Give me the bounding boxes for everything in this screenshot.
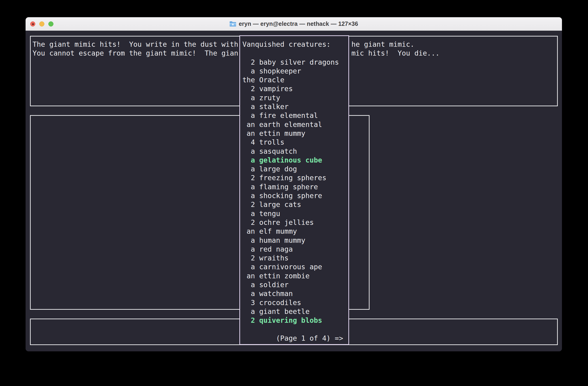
menu-item: 4 trolls xyxy=(242,138,339,147)
desktop: eryn — eryn@electra — nethack — 127×36 T… xyxy=(0,0,588,386)
menu-page-indicator: (Page 1 of 4) => xyxy=(242,334,343,343)
menu-item: an ettin zombie xyxy=(242,272,339,280)
menu-item: a shocking sphere xyxy=(242,191,339,200)
menu-item: an earth elemental xyxy=(242,120,339,129)
menu-title: Vanquished creatures: xyxy=(242,40,331,49)
menu-item: a giant beetle xyxy=(242,307,339,316)
terminal-text-layer: The giant mimic hits! You write in the d… xyxy=(25,31,562,351)
menu-item: a carnivorous ape xyxy=(242,262,339,271)
terminal-screen[interactable]: The giant mimic hits! You write in the d… xyxy=(25,31,562,351)
window-title: eryn — eryn@electra — nethack — 127×36 xyxy=(239,21,358,27)
menu-item: 2 wraiths xyxy=(242,254,339,262)
menu-item: 2 ochre jellies xyxy=(242,218,339,227)
menu-item: 2 baby silver dragons xyxy=(242,58,339,67)
menu-item: a red naga xyxy=(242,245,339,254)
menu-item: a zruty xyxy=(242,93,339,102)
home-folder-icon xyxy=(229,21,236,27)
menu-item: 2 quivering blobs xyxy=(242,316,339,325)
menu-item: a shopkeeper xyxy=(242,67,339,76)
window-titlebar[interactable]: eryn — eryn@electra — nethack — 127×36 xyxy=(25,17,562,31)
menu-item: 2 freezing spheres xyxy=(242,173,339,182)
menu-item: a flaming sphere xyxy=(242,183,339,191)
message-line-2-left: You cannot escape from the giant mimic! … xyxy=(33,49,238,58)
menu-item: a watchman xyxy=(242,289,339,298)
menu-item: 3 crocodiles xyxy=(242,298,339,307)
message-line-2-right: mic hits! You die... xyxy=(351,49,440,58)
menu-item: 2 vampires xyxy=(242,85,339,93)
message-line-1-right: he giant mimic. xyxy=(351,40,414,49)
menu-item: a fire elemental xyxy=(242,111,339,120)
menu-item: a sasquatch xyxy=(242,147,339,156)
message-line-1-left: The giant mimic hits! You write in the d… xyxy=(33,40,238,49)
menu-item: a soldier xyxy=(242,280,339,289)
menu-item: an elf mummy xyxy=(242,227,339,236)
terminal-window: eryn — eryn@electra — nethack — 127×36 T… xyxy=(25,17,562,351)
menu-item: a stalker xyxy=(242,102,339,111)
menu-item: a tengu xyxy=(242,209,339,218)
menu-items: 2 baby silver dragons a shopkeeperthe Or… xyxy=(242,58,339,325)
menu-item: 2 large cats xyxy=(242,200,339,209)
menu-item: the Oracle xyxy=(242,76,339,85)
menu-item: an ettin mummy xyxy=(242,129,339,138)
menu-item: a human mummy xyxy=(242,236,339,245)
menu-item: a gelatinous cube xyxy=(242,156,339,165)
titlebar-center: eryn — eryn@electra — nethack — 127×36 xyxy=(25,17,562,30)
menu-item: a large dog xyxy=(242,165,339,173)
